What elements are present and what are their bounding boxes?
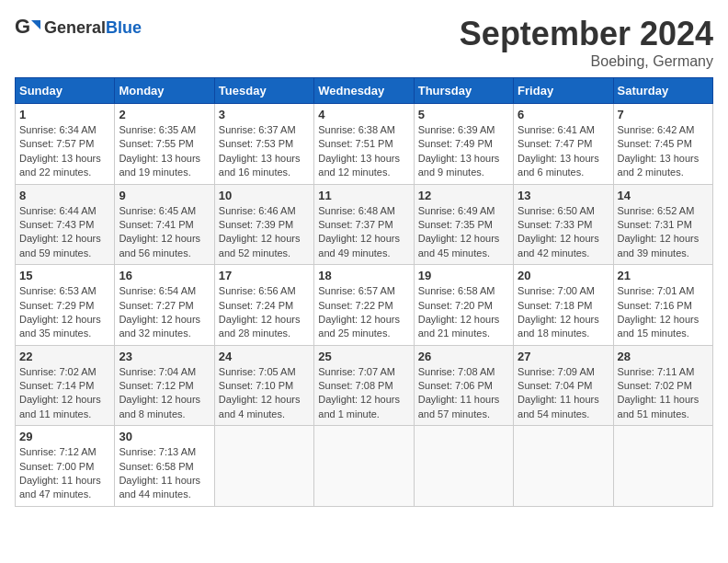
day-number: 1 [19, 108, 110, 121]
calendar-cell: 27Sunrise: 7:09 AMSunset: 7:04 PMDayligh… [514, 345, 613, 426]
day-number: 28 [618, 350, 709, 363]
calendar-table: Sunday Monday Tuesday Wednesday Thursday… [15, 77, 713, 507]
day-number: 13 [518, 189, 609, 202]
calendar-cell [613, 426, 712, 507]
calendar-cell: 24Sunrise: 7:05 AMSunset: 7:10 PMDayligh… [214, 345, 313, 426]
day-info: Sunrise: 6:49 AMSunset: 7:35 PMDaylight:… [418, 204, 509, 261]
day-info: Sunrise: 7:05 AMSunset: 7:10 PMDaylight:… [219, 365, 310, 422]
calendar-cell: 18Sunrise: 6:57 AMSunset: 7:22 PMDayligh… [314, 265, 414, 346]
day-info: Sunrise: 6:54 AMSunset: 7:27 PMDaylight:… [119, 284, 210, 341]
calendar-cell: 28Sunrise: 7:11 AMSunset: 7:02 PMDayligh… [613, 345, 712, 426]
logo-blue: Blue [106, 18, 142, 37]
day-number: 15 [19, 269, 110, 282]
day-number: 27 [518, 350, 609, 363]
day-info: Sunrise: 6:41 AMSunset: 7:47 PMDaylight:… [518, 123, 609, 180]
day-info: Sunrise: 6:35 AMSunset: 7:55 PMDaylight:… [119, 123, 210, 180]
day-info: Sunrise: 6:39 AMSunset: 7:49 PMDaylight:… [418, 123, 509, 180]
calendar-cell: 11Sunrise: 6:48 AMSunset: 7:37 PMDayligh… [314, 184, 414, 265]
day-info: Sunrise: 7:08 AMSunset: 7:06 PMDaylight:… [418, 365, 509, 422]
day-number: 29 [19, 430, 110, 443]
calendar-cell: 25Sunrise: 7:07 AMSunset: 7:08 PMDayligh… [314, 345, 414, 426]
calendar-cell: 12Sunrise: 6:49 AMSunset: 7:35 PMDayligh… [414, 184, 513, 265]
logo-icon: G [15, 15, 40, 40]
day-number: 11 [318, 189, 409, 202]
calendar-cell: 21Sunrise: 7:01 AMSunset: 7:16 PMDayligh… [613, 265, 712, 346]
month-title: September 2024 [460, 15, 713, 53]
day-number: 22 [19, 350, 110, 363]
logo: G GeneralBlue [15, 15, 142, 40]
day-number: 19 [418, 269, 509, 282]
day-number: 25 [318, 350, 409, 363]
calendar-week-4: 22Sunrise: 7:02 AMSunset: 7:14 PMDayligh… [16, 345, 713, 426]
day-number: 8 [19, 189, 110, 202]
day-info: Sunrise: 6:57 AMSunset: 7:22 PMDaylight:… [318, 284, 409, 341]
day-number: 17 [219, 269, 310, 282]
calendar-cell: 13Sunrise: 6:50 AMSunset: 7:33 PMDayligh… [514, 184, 613, 265]
day-info: Sunrise: 7:13 AMSunset: 6:58 PMDaylight:… [119, 445, 210, 502]
calendar-cell: 22Sunrise: 7:02 AMSunset: 7:14 PMDayligh… [16, 345, 115, 426]
calendar-body: 1Sunrise: 6:34 AMSunset: 7:57 PMDaylight… [16, 104, 713, 507]
calendar-cell: 20Sunrise: 7:00 AMSunset: 7:18 PMDayligh… [514, 265, 613, 346]
day-number: 26 [418, 350, 509, 363]
day-info: Sunrise: 6:48 AMSunset: 7:37 PMDaylight:… [318, 204, 409, 261]
col-saturday: Saturday [613, 78, 712, 104]
col-thursday: Thursday [414, 78, 513, 104]
day-number: 4 [318, 108, 409, 121]
day-info: Sunrise: 6:58 AMSunset: 7:20 PMDaylight:… [418, 284, 509, 341]
day-info: Sunrise: 7:11 AMSunset: 7:02 PMDaylight:… [618, 365, 709, 422]
calendar-cell: 3Sunrise: 6:37 AMSunset: 7:53 PMDaylight… [214, 104, 313, 185]
calendar-week-5: 29Sunrise: 7:12 AMSunset: 7:00 PMDayligh… [16, 426, 713, 507]
day-info: Sunrise: 7:00 AMSunset: 7:18 PMDaylight:… [518, 284, 609, 341]
day-number: 10 [219, 189, 310, 202]
day-number: 23 [119, 350, 210, 363]
day-info: Sunrise: 6:38 AMSunset: 7:51 PMDaylight:… [318, 123, 409, 180]
col-friday: Friday [514, 78, 613, 104]
day-info: Sunrise: 6:56 AMSunset: 7:24 PMDaylight:… [219, 284, 310, 341]
day-number: 20 [518, 269, 609, 282]
calendar-week-2: 8Sunrise: 6:44 AMSunset: 7:43 PMDaylight… [16, 184, 713, 265]
page-header: G GeneralBlue September 2024 Boebing, Ge… [15, 15, 713, 70]
calendar-cell: 10Sunrise: 6:46 AMSunset: 7:39 PMDayligh… [214, 184, 313, 265]
day-number: 6 [518, 108, 609, 121]
day-number: 14 [618, 189, 709, 202]
calendar-cell: 23Sunrise: 7:04 AMSunset: 7:12 PMDayligh… [115, 345, 214, 426]
svg-text:G: G [15, 15, 30, 38]
calendar-cell: 14Sunrise: 6:52 AMSunset: 7:31 PMDayligh… [613, 184, 712, 265]
calendar-cell [414, 426, 513, 507]
day-number: 18 [318, 269, 409, 282]
col-tuesday: Tuesday [214, 78, 313, 104]
calendar-cell [314, 426, 414, 507]
day-info: Sunrise: 6:53 AMSunset: 7:29 PMDaylight:… [19, 284, 110, 341]
day-number: 2 [119, 108, 210, 121]
col-monday: Monday [115, 78, 214, 104]
day-info: Sunrise: 7:02 AMSunset: 7:14 PMDaylight:… [19, 365, 110, 422]
day-info: Sunrise: 7:12 AMSunset: 7:00 PMDaylight:… [19, 445, 110, 502]
day-number: 12 [418, 189, 509, 202]
calendar-week-3: 15Sunrise: 6:53 AMSunset: 7:29 PMDayligh… [16, 265, 713, 346]
day-info: Sunrise: 7:07 AMSunset: 7:08 PMDaylight:… [318, 365, 409, 422]
calendar-cell: 4Sunrise: 6:38 AMSunset: 7:51 PMDaylight… [314, 104, 414, 185]
day-info: Sunrise: 6:45 AMSunset: 7:41 PMDaylight:… [119, 204, 210, 261]
calendar-cell: 26Sunrise: 7:08 AMSunset: 7:06 PMDayligh… [414, 345, 513, 426]
day-info: Sunrise: 6:52 AMSunset: 7:31 PMDaylight:… [618, 204, 709, 261]
day-info: Sunrise: 6:37 AMSunset: 7:53 PMDaylight:… [219, 123, 310, 180]
svg-marker-1 [31, 20, 40, 29]
calendar-cell: 7Sunrise: 6:42 AMSunset: 7:45 PMDaylight… [613, 104, 712, 185]
calendar-cell: 6Sunrise: 6:41 AMSunset: 7:47 PMDaylight… [514, 104, 613, 185]
day-number: 9 [119, 189, 210, 202]
calendar-header: Sunday Monday Tuesday Wednesday Thursday… [16, 78, 713, 104]
calendar-week-1: 1Sunrise: 6:34 AMSunset: 7:57 PMDaylight… [16, 104, 713, 185]
logo-general: General [44, 18, 106, 37]
calendar-cell: 1Sunrise: 6:34 AMSunset: 7:57 PMDaylight… [16, 104, 115, 185]
day-info: Sunrise: 6:50 AMSunset: 7:33 PMDaylight:… [518, 204, 609, 261]
calendar-cell: 9Sunrise: 6:45 AMSunset: 7:41 PMDaylight… [115, 184, 214, 265]
day-number: 3 [219, 108, 310, 121]
calendar-cell: 5Sunrise: 6:39 AMSunset: 7:49 PMDaylight… [414, 104, 513, 185]
col-wednesday: Wednesday [314, 78, 414, 104]
calendar-cell: 29Sunrise: 7:12 AMSunset: 7:00 PMDayligh… [16, 426, 115, 507]
col-sunday: Sunday [16, 78, 115, 104]
calendar-cell [214, 426, 313, 507]
location: Boebing, Germany [460, 53, 713, 70]
day-number: 21 [618, 269, 709, 282]
header-row: Sunday Monday Tuesday Wednesday Thursday… [16, 78, 713, 104]
